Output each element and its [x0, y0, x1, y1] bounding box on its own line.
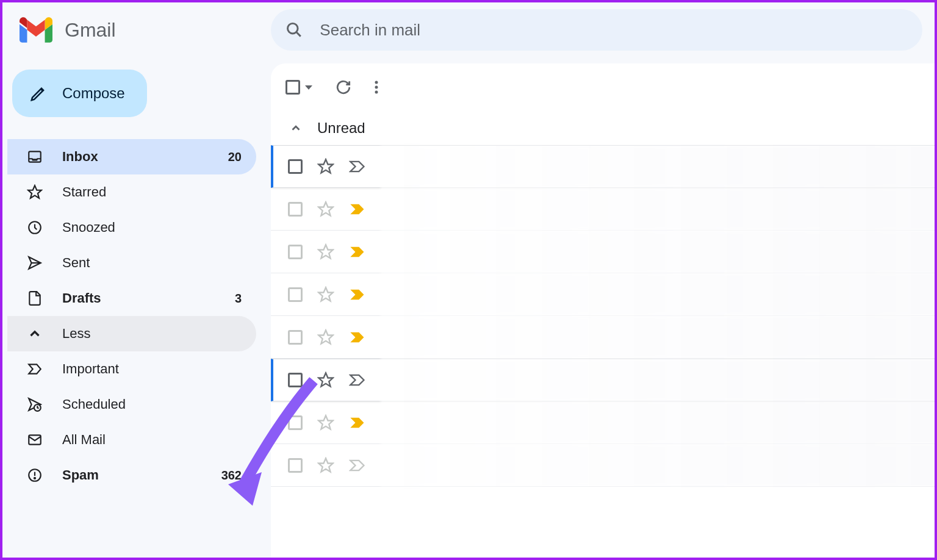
sidebar-item-label: Spam — [62, 467, 221, 483]
toolbar — [271, 63, 935, 111]
refresh-button[interactable] — [336, 79, 351, 95]
search-bar[interactable] — [271, 9, 922, 51]
inbox-icon — [27, 149, 43, 165]
sidebar-item-inbox[interactable]: Inbox 20 — [7, 139, 256, 174]
row-checkbox[interactable] — [288, 458, 303, 473]
sidebar-item-less[interactable]: Less — [7, 316, 256, 351]
sidebar-item-label: Scheduled — [62, 397, 242, 412]
section-title: Unread — [317, 120, 365, 137]
sidebar-item-label: Drafts — [62, 290, 235, 306]
search-input[interactable] — [320, 21, 908, 40]
star-icon[interactable] — [317, 158, 334, 175]
row-checkbox[interactable] — [288, 415, 303, 430]
compose-button[interactable]: Compose — [12, 70, 147, 117]
email-row[interactable] — [271, 401, 935, 444]
sidebar: Compose Inbox 20 Starred Snoozed — [2, 57, 271, 558]
row-checkbox[interactable] — [288, 159, 303, 174]
mail-icon — [27, 432, 43, 448]
row-checkbox[interactable] — [288, 245, 303, 259]
svg-point-0 — [288, 23, 298, 34]
important-icon[interactable] — [349, 331, 366, 344]
select-all-checkbox[interactable] — [285, 80, 312, 95]
gmail-logo-icon — [20, 17, 52, 43]
sidebar-item-scheduled[interactable]: Scheduled — [7, 387, 256, 422]
important-icon[interactable] — [349, 160, 366, 173]
important-icon[interactable] — [349, 373, 366, 387]
email-row[interactable] — [271, 359, 935, 401]
star-icon — [27, 184, 43, 200]
section-header[interactable]: Unread — [271, 111, 935, 145]
email-content-blurred — [381, 273, 935, 315]
email-content-blurred — [381, 401, 935, 443]
chevron-up-icon — [289, 121, 303, 135]
star-icon[interactable] — [317, 457, 334, 474]
sidebar-item-count: 20 — [228, 150, 242, 164]
email-content-blurred — [381, 359, 935, 401]
email-row[interactable] — [271, 316, 935, 359]
row-checkbox[interactable] — [288, 202, 303, 217]
email-row[interactable] — [271, 188, 935, 231]
more-button[interactable] — [375, 79, 378, 95]
email-content-blurred — [381, 231, 935, 273]
email-row[interactable] — [271, 273, 935, 316]
logo-area: Gmail — [20, 17, 271, 43]
sidebar-item-label: Less — [62, 326, 242, 342]
compose-label: Compose — [62, 85, 125, 102]
email-row[interactable] — [271, 444, 935, 487]
sidebar-item-label: Inbox — [62, 149, 228, 165]
svg-point-11 — [375, 81, 378, 84]
sidebar-item-label: Important — [62, 361, 242, 377]
star-icon[interactable] — [317, 201, 334, 218]
svg-marker-3 — [28, 185, 41, 198]
row-checkbox[interactable] — [288, 330, 303, 345]
email-content-blurred — [381, 316, 935, 358]
sidebar-item-sent[interactable]: Sent — [7, 245, 256, 281]
important-icon[interactable] — [349, 416, 366, 429]
sidebar-item-label: Snoozed — [62, 220, 242, 235]
sidebar-item-label: Starred — [62, 184, 242, 200]
spam-icon — [27, 467, 43, 483]
svg-marker-14 — [318, 159, 332, 173]
email-content-blurred — [381, 146, 935, 187]
important-icon[interactable] — [349, 203, 366, 216]
star-icon[interactable] — [317, 243, 334, 260]
sidebar-item-spam[interactable]: Spam 362 — [7, 458, 256, 493]
dropdown-arrow-icon — [305, 85, 312, 90]
star-icon[interactable] — [317, 414, 334, 431]
sidebar-item-label: Sent — [62, 255, 242, 271]
chevron-up-icon — [27, 326, 43, 342]
content: Unread — [271, 63, 935, 558]
star-icon[interactable] — [317, 329, 334, 346]
sidebar-item-label: All Mail — [62, 432, 242, 448]
header: Gmail — [2, 2, 935, 57]
email-row[interactable] — [271, 145, 935, 188]
sidebar-item-allmail[interactable]: All Mail — [7, 422, 256, 458]
sidebar-item-count: 3 — [235, 292, 242, 306]
row-checkbox[interactable] — [288, 373, 303, 387]
svg-marker-21 — [318, 458, 332, 472]
clock-icon — [27, 220, 43, 235]
email-content-blurred — [381, 188, 935, 230]
email-row[interactable] — [271, 231, 935, 273]
star-icon[interactable] — [317, 286, 334, 303]
file-icon — [27, 290, 43, 306]
email-content-blurred — [381, 444, 935, 486]
pencil-icon — [29, 84, 48, 102]
sidebar-item-snoozed[interactable]: Snoozed — [7, 210, 256, 245]
svg-marker-18 — [318, 330, 332, 343]
svg-marker-20 — [318, 415, 332, 429]
sidebar-item-starred[interactable]: Starred — [7, 174, 256, 210]
checkbox-icon — [285, 80, 300, 95]
star-icon[interactable] — [317, 372, 334, 389]
row-checkbox[interactable] — [288, 287, 303, 302]
important-icon[interactable] — [349, 459, 366, 472]
svg-marker-17 — [318, 287, 332, 301]
sidebar-item-drafts[interactable]: Drafts 3 — [7, 281, 256, 316]
sidebar-item-important[interactable]: Important — [7, 351, 256, 387]
svg-point-12 — [375, 86, 378, 89]
important-icon[interactable] — [349, 288, 366, 301]
send-icon — [27, 255, 43, 271]
search-icon — [285, 21, 303, 39]
app-name: Gmail — [65, 19, 116, 41]
important-icon[interactable] — [349, 245, 366, 259]
